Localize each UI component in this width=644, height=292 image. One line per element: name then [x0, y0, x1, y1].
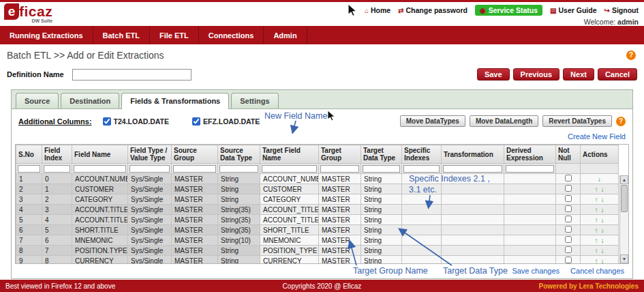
- not-null-checkbox[interactable]: [565, 257, 572, 263]
- filter-input-derived-expression[interactable]: [506, 165, 554, 173]
- table-row[interactable]: 9 8 CURRENCY Sys/Single MASTER String CU…: [16, 256, 619, 265]
- col-specific-indexes[interactable]: Specific Indexes: [402, 145, 442, 164]
- move-up-icon[interactable]: ↑: [594, 237, 600, 244]
- cell-transformation: [442, 205, 504, 215]
- tab-fields-transformations[interactable]: Fields & Transformations: [121, 93, 229, 109]
- signout-icon: ↪: [604, 7, 610, 14]
- definition-name-input[interactable]: [72, 69, 191, 81]
- move-down-icon[interactable]: ↓: [600, 257, 606, 265]
- create-new-field-link[interactable]: Create New Field: [568, 132, 626, 141]
- toolbar-help-icon[interactable]: ?: [616, 117, 626, 126]
- not-null-checkbox[interactable]: [565, 185, 572, 192]
- vertical-scrollbar[interactable]: ▲ ▼: [619, 175, 628, 263]
- table-row[interactable]: 2 1 CUSTOMER Sys/Single MASTER String CU…: [16, 184, 619, 194]
- cancel-button[interactable]: Cancel: [598, 68, 637, 81]
- filter-input-target-group[interactable]: [320, 165, 359, 173]
- filter-input-specific-indexes[interactable]: [403, 165, 440, 173]
- move-up-icon[interactable]: ↑: [594, 247, 600, 254]
- filter-input-field-index[interactable]: [44, 165, 70, 173]
- col-field-index[interactable]: Field Index: [42, 145, 72, 164]
- col-source-group[interactable]: Source Group: [172, 145, 218, 164]
- previous-button[interactable]: Previous: [513, 68, 559, 81]
- table-row[interactable]: 4 3 ACCOUNT.TITLE.1 Sys/Single MASTER St…: [16, 205, 619, 215]
- filter-input-target-data-type[interactable]: [363, 165, 400, 173]
- not-null-checkbox[interactable]: [565, 246, 572, 253]
- user-guide-link[interactable]: ▤ User Guide: [550, 6, 596, 14]
- col-field-name[interactable]: Field Name: [72, 145, 128, 164]
- move-down-icon[interactable]: ↓: [600, 196, 606, 203]
- nav-file-etl[interactable]: File ETL: [150, 26, 199, 44]
- move-down-icon[interactable]: ↓: [596, 175, 602, 183]
- save-button[interactable]: Save: [477, 68, 510, 81]
- filter-cell: [361, 164, 402, 174]
- move-up-icon[interactable]: ↑: [594, 216, 600, 224]
- scrollbar-thumb[interactable]: [621, 185, 628, 212]
- col-not-null[interactable]: Not Null: [556, 145, 581, 164]
- home-link[interactable]: ⌂ Home: [365, 6, 390, 14]
- nav-connections[interactable]: Connections: [199, 26, 264, 44]
- move-up-icon[interactable]: ↑: [594, 206, 600, 214]
- move-down-icon[interactable]: ↓: [600, 186, 606, 193]
- move-up-icon[interactable]: ↑: [594, 227, 600, 234]
- t24-load-date-checkbox[interactable]: [103, 117, 111, 126]
- col-target-field-name[interactable]: Target Field Name: [260, 145, 319, 164]
- move-down-icon[interactable]: ↓: [600, 206, 606, 214]
- scroll-up-icon[interactable]: ▲: [620, 175, 628, 184]
- move-down-icon[interactable]: ↓: [600, 247, 606, 254]
- move-up-icon[interactable]: ↑: [594, 196, 600, 203]
- table-row[interactable]: 6 5 SHORT.TITLE Sys/Single MASTER String…: [16, 225, 619, 235]
- nav-batch-etl[interactable]: Batch ETL: [93, 26, 150, 44]
- service-status-badge[interactable]: ◉ Service Status: [475, 5, 542, 16]
- col-field-type[interactable]: Field Type / Value Type: [128, 145, 172, 164]
- tab-destination[interactable]: Destination: [61, 93, 119, 108]
- table-row[interactable]: 1 0 ACCOUNT.NUMBER Sys/Single MASTER Str…: [16, 174, 619, 184]
- tab-settings[interactable]: Settings: [231, 93, 278, 108]
- move-up-icon[interactable]: ↑: [594, 257, 600, 265]
- move-down-icon[interactable]: ↓: [600, 216, 606, 224]
- not-null-checkbox[interactable]: [565, 195, 572, 202]
- move-down-icon[interactable]: ↓: [600, 227, 606, 234]
- col-sno[interactable]: S.No: [16, 145, 42, 164]
- not-null-checkbox[interactable]: [565, 236, 572, 243]
- filter-input-source-group[interactable]: [173, 165, 216, 173]
- table-row[interactable]: 7 6 MNEMONIC Sys/Single MASTER String(10…: [16, 235, 619, 246]
- efz-load-date-checkbox[interactable]: [192, 117, 200, 126]
- change-password-link[interactable]: ⇄ Change password: [398, 6, 467, 14]
- tab-source[interactable]: Source: [16, 93, 59, 108]
- save-changes-link[interactable]: Save changes: [512, 267, 559, 275]
- filter-input-target-field-name[interactable]: [262, 165, 317, 173]
- move-down-icon[interactable]: ↓: [600, 237, 606, 244]
- nav-admin[interactable]: Admin: [264, 26, 307, 44]
- filter-input-field-name[interactable]: [74, 165, 126, 173]
- col-target-data-type[interactable]: Target Data Type: [361, 145, 402, 164]
- page-buttons: Save Previous Next Cancel: [477, 68, 637, 81]
- nav-running-extractions[interactable]: Running Extractions: [0, 26, 93, 44]
- page-help-icon[interactable]: ?: [626, 50, 636, 60]
- not-null-checkbox[interactable]: [565, 226, 572, 233]
- table-row[interactable]: 8 7 POSITION.TYPE Sys/Single MASTER Stri…: [16, 246, 619, 256]
- col-derived-expression[interactable]: Derived Expression: [504, 145, 556, 164]
- move-datalength-button[interactable]: Move DataLength: [470, 115, 538, 127]
- col-target-group[interactable]: Target Group: [319, 145, 361, 164]
- table-row[interactable]: 5 4 ACCOUNT.TITLE.2 Sys/Single MASTER St…: [16, 215, 619, 225]
- move-datatypes-button[interactable]: Move DataTypes: [400, 115, 465, 127]
- cell-specific-indexes: [402, 225, 442, 235]
- filter-input-source-data-type[interactable]: [219, 165, 258, 173]
- filter-input-sno[interactable]: [18, 165, 40, 173]
- col-actions[interactable]: Actions: [581, 145, 619, 164]
- scroll-down-icon[interactable]: ▼: [620, 254, 628, 263]
- revert-datatypes-button[interactable]: Revert DataTypes: [542, 115, 612, 127]
- not-null-checkbox[interactable]: [565, 175, 572, 181]
- next-button[interactable]: Next: [563, 68, 594, 81]
- not-null-checkbox[interactable]: [565, 216, 572, 222]
- col-source-data-type[interactable]: Source Data Type: [218, 145, 260, 164]
- filter-input-field-type[interactable]: [129, 165, 170, 173]
- table-row[interactable]: 3 2 CATEGORY Sys/Single MASTER String CA…: [16, 194, 619, 205]
- col-transformation[interactable]: Transformation: [442, 145, 504, 164]
- filter-input-transformation[interactable]: [443, 165, 502, 173]
- cell-not-null: [556, 246, 581, 256]
- signout-link[interactable]: ↪ Signout: [604, 6, 639, 14]
- not-null-checkbox[interactable]: [565, 205, 572, 212]
- move-up-icon[interactable]: ↑: [594, 186, 600, 193]
- cancel-changes-link[interactable]: Cancel changes: [570, 267, 624, 275]
